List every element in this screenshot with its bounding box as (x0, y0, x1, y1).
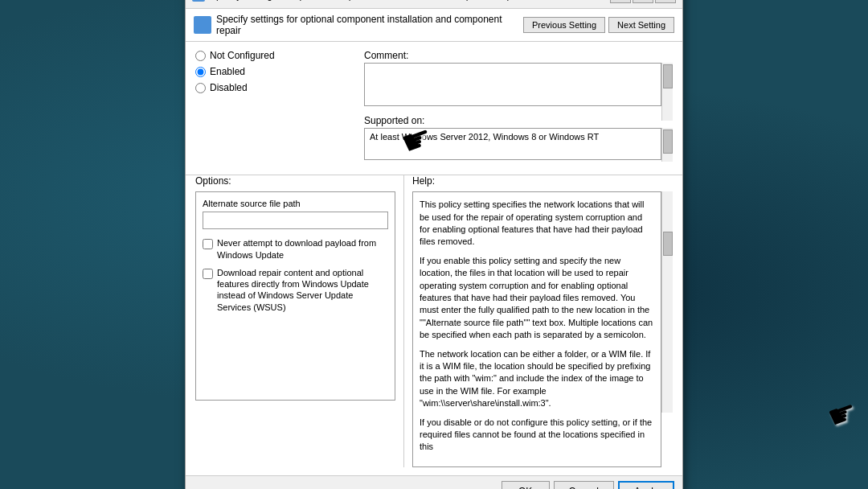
left-panel: Not Configured Enabled Disabled (195, 50, 356, 166)
supported-label: Supported on: (364, 115, 673, 126)
checkbox2[interactable] (203, 269, 213, 279)
disabled-option[interactable]: Disabled (195, 82, 356, 93)
disabled-radio[interactable] (195, 83, 206, 93)
source-label: Alternate source file path (203, 199, 388, 208)
enabled-radio[interactable] (195, 67, 206, 77)
not-configured-label: Not Configured (210, 50, 275, 61)
cancel-button[interactable]: Cancel (554, 481, 614, 489)
options-section: Options: Alternate source file path Neve… (195, 175, 404, 466)
not-configured-radio[interactable] (195, 51, 206, 61)
disabled-label: Disabled (210, 82, 248, 93)
toolbar-icon (194, 16, 211, 34)
help-para-3: The network location can be either a fol… (420, 348, 654, 410)
comment-textarea[interactable] (364, 63, 661, 106)
comment-label: Comment: (364, 50, 673, 61)
supported-field-group: Supported on: At least Windows Server 20… (364, 115, 673, 160)
toolbar: Specify settings for optional component … (186, 9, 682, 42)
help-para-1: This policy setting specifies the networ… (420, 199, 654, 249)
toolbar-left: Specify settings for optional component … (194, 14, 523, 36)
maximize-button[interactable]: ▭ (633, 0, 653, 3)
radio-group: Not Configured Enabled Disabled (195, 50, 356, 93)
help-box: This policy setting specifies the networ… (412, 191, 661, 466)
help-para-4: If you disable or do not configure this … (420, 417, 654, 454)
checkbox2-group: Download repair content and optional fea… (203, 267, 388, 313)
right-panel: Comment: Supported on: At least Windows … (364, 50, 673, 166)
ok-button[interactable]: OK (502, 481, 550, 489)
window-icon (192, 0, 205, 2)
minimize-button[interactable]: — (610, 0, 631, 3)
enabled-label: Enabled (210, 66, 245, 77)
help-label: Help: (412, 175, 673, 187)
options-label: Options: (195, 175, 395, 187)
title-text: Specify settings for optional component … (210, 0, 523, 1)
checkbox2-label[interactable]: Download repair content and optional fea… (217, 267, 388, 313)
supported-value: At least Windows Server 2012, Windows 8 … (364, 128, 661, 160)
help-section: Help: This policy setting specifies the … (404, 175, 673, 466)
checkbox1-label[interactable]: Never attempt to download payload from W… (217, 237, 388, 261)
comment-field-group: Comment: (364, 50, 673, 109)
source-input[interactable] (203, 212, 388, 229)
apply-button[interactable]: Apply (618, 481, 674, 489)
help-para-2: If you enable this policy setting and sp… (420, 255, 654, 342)
bottom-panels: Options: Alternate source file path Neve… (186, 175, 682, 475)
toolbar-buttons: Previous Setting Next Setting (523, 17, 674, 33)
enabled-option[interactable]: Enabled (195, 66, 356, 77)
footer: OK Cancel Apply (186, 475, 682, 489)
content-area: Not Configured Enabled Disabled Comment: (186, 42, 682, 175)
title-controls: — ▭ ✕ (610, 0, 676, 3)
main-window: Specify settings for optional component … (185, 0, 683, 489)
previous-setting-button[interactable]: Previous Setting (523, 17, 605, 33)
close-button[interactable]: ✕ (655, 0, 676, 3)
toolbar-title-text: Specify settings for optional component … (216, 14, 523, 36)
title-bar: Specify settings for optional component … (186, 0, 682, 9)
checkbox1[interactable] (203, 239, 213, 249)
next-setting-button[interactable]: Next Setting (608, 17, 674, 33)
options-box: Alternate source file path Never attempt… (195, 191, 395, 401)
checkbox1-group: Never attempt to download payload from W… (203, 237, 388, 261)
title-bar-left: Specify settings for optional component … (192, 0, 523, 2)
not-configured-option[interactable]: Not Configured (195, 50, 356, 61)
